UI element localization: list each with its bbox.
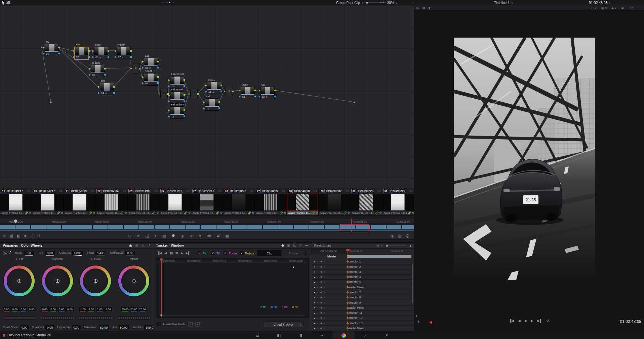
checkbox[interactable]: ✓	[240, 251, 244, 255]
keyframe-track-row[interactable]: ● ▪ ◆ › Corrector 5	[311, 280, 414, 285]
rgb-output-port[interactable]	[274, 90, 276, 91]
expand-icon[interactable]: ◨	[408, 244, 411, 247]
frame-mode-button[interactable]: Frame	[281, 250, 305, 256]
reverse-play-icon[interactable]: ◀	[518, 319, 521, 323]
corrector-node[interactable]: sat 08 ▥	[144, 58, 158, 70]
wipe-icon[interactable]: ◐	[155, 234, 157, 238]
reset-icon[interactable]: ↺	[148, 244, 150, 247]
checkbox[interactable]: ✓	[211, 251, 215, 255]
timeline-selector-dropdown[interactable]: Timeline 1	[494, 1, 510, 5]
Apple ProRes 44...[interactable]	[127, 194, 159, 210]
key-output-port[interactable]	[113, 92, 115, 94]
rgb-input-port[interactable]	[115, 50, 117, 52]
keyframe-track-row[interactable]: ● ▪ ◆ › Corrector 9	[311, 300, 414, 305]
corrector-node[interactable]: lum vs sat 11	[170, 76, 184, 89]
onscreen-controls-icon[interactable]: ▣ ∨	[601, 6, 607, 10]
rgb-input-port[interactable]	[168, 109, 170, 111]
lock-icon[interactable]: ▪	[317, 291, 318, 294]
gear-icon[interactable]: ⚙	[220, 211, 223, 214]
tracker-axis-checkbox[interactable]: ✓ Rotate	[240, 251, 254, 255]
Apple ProRes 44...[interactable]: Apple ProRes 44... ⚙	[95, 211, 127, 215]
enable-dot-icon[interactable]: ●	[314, 291, 315, 293]
key-output-port[interactable]	[157, 82, 159, 84]
keyframe-icon[interactable]: ◆	[320, 281, 322, 283]
gear-icon[interactable]: ⚙	[124, 211, 127, 214]
offset-value-field[interactable]: 25.00	[138, 307, 147, 311]
Apple ProRes 44...[interactable]	[255, 194, 287, 210]
swap-icon[interactable]: ⇄	[216, 234, 219, 238]
mixer-input-port[interactable]	[189, 93, 190, 95]
split-screen-icon[interactable]: ◧	[17, 234, 20, 238]
fairlight-page-icon[interactable]: ♪	[354, 331, 376, 339]
unmix-icon[interactable]: ⊙	[128, 234, 131, 238]
gear-icon[interactable]: ⚙	[29, 211, 31, 214]
Apple ProRes 44...[interactable]: Apple ProRes 44... ⚙	[32, 211, 64, 215]
lock-icon[interactable]: ▪	[317, 317, 318, 320]
param-value-field[interactable]: 1.000	[72, 251, 83, 255]
expand-chevron-icon[interactable]: ›	[324, 296, 325, 299]
checkbox[interactable]: ✓	[224, 251, 227, 255]
compare-icon[interactable]: ◧	[429, 6, 432, 10]
gain-value-field[interactable]: 1.00	[104, 307, 112, 311]
grid-view-icon[interactable]: ▦	[422, 6, 426, 10]
Apple ProRes 44...[interactable]: 30 01:03:09:23 V1	[350, 188, 382, 194]
wheel-reset-icon[interactable]: ✛	[15, 258, 18, 261]
node-add-icon[interactable]: ⊞	[3, 234, 6, 238]
gamma-master-slider[interactable]	[41, 317, 74, 320]
key-output-port[interactable]	[220, 91, 222, 92]
loop-icon[interactable]: ⇄	[175, 251, 178, 255]
insert-track-point-icon[interactable]: +	[188, 322, 193, 327]
corrector-node[interactable]: exp 02	[75, 47, 89, 59]
group-selector-dropdown[interactable]: Group Post-Clip	[336, 1, 360, 5]
rgb-input-port[interactable]	[142, 61, 144, 63]
gain-value-field[interactable]: 1.00	[96, 307, 104, 311]
fusion-page-icon[interactable]: ∗	[311, 331, 333, 339]
expand-chevron-icon[interactable]: ›	[324, 306, 325, 309]
rgb-output-port[interactable]	[113, 86, 115, 88]
pause-icon[interactable]: ▮▮	[169, 251, 173, 255]
node-box[interactable]: 02	[75, 47, 89, 59]
key-output-port[interactable]	[104, 74, 106, 76]
more-icon[interactable]: •••	[305, 244, 308, 247]
gear-icon[interactable]: ⚙	[379, 211, 382, 214]
Apple ProRes 44...[interactable]: 28 01:02:48:08 V1	[287, 188, 319, 194]
mixer-output-port[interactable]	[197, 93, 199, 95]
fx-icon[interactable]: fx	[293, 244, 296, 247]
lock-icon[interactable]: ▪	[317, 301, 318, 304]
enable-dot-icon[interactable]: ●	[314, 322, 315, 324]
corrector-node[interactable]: tint 04 ▥	[100, 83, 114, 95]
key-input-port[interactable]	[115, 56, 117, 58]
color-viewer-icon[interactable]: ◉	[621, 6, 624, 10]
delete-track-point-icon[interactable]: −	[195, 322, 200, 327]
offset-wheel[interactable]	[118, 265, 149, 296]
corrector-node[interactable]: sharp 15 ▲	[207, 82, 221, 94]
key-output-port[interactable]	[254, 96, 256, 97]
rgb-input-port[interactable]	[98, 86, 100, 88]
rgb-output-port[interactable]	[184, 109, 185, 111]
Apple ProRes 44...[interactable]: 27 01:02:38:29 V1	[255, 188, 287, 194]
keyframe-icon[interactable]: ◆	[320, 327, 322, 330]
Apple ProRes 44...[interactable]	[159, 194, 191, 210]
parallel-mixer-node[interactable]: ≡	[226, 86, 233, 96]
mixer-output-port[interactable]	[139, 68, 140, 69]
lift-wheel[interactable]	[4, 265, 35, 296]
scopes-icon[interactable]: ▩	[225, 234, 229, 238]
keyframe-zoom-slider[interactable]	[386, 245, 405, 246]
tracker-graph[interactable]: 00:00:00:0000:00:02:0800:00:04:1600:00:0…	[156, 258, 309, 318]
wheel-reset-icon[interactable]: ✛	[91, 258, 93, 261]
keyframe-icon[interactable]: ◆	[320, 317, 322, 319]
Apple ProRes 44...[interactable]	[319, 194, 351, 210]
node-box[interactable]: 01	[45, 44, 59, 56]
node-box[interactable]: 05 ▥ ∠	[94, 47, 108, 59]
rgb-input-port[interactable]	[203, 101, 205, 103]
loop-icon[interactable]: ↺	[546, 319, 549, 323]
key-overlay-icon[interactable]: ▧	[162, 234, 166, 238]
node-box[interactable]: 11	[170, 76, 184, 89]
keyframe-icon[interactable]: ◆	[320, 306, 322, 309]
gamma-value-field[interactable]: 0.00	[49, 307, 57, 311]
Apple ProRes 44...[interactable]: 26 01:02:28:27 V1	[223, 188, 255, 194]
rgb-output-port[interactable]	[104, 68, 106, 69]
mixer-input-port[interactable]	[159, 93, 160, 95]
Apple ProRes 44...[interactable]: Apple ProRes 44... ⚙	[223, 211, 255, 215]
gear-icon[interactable]: ⚙	[284, 211, 286, 214]
